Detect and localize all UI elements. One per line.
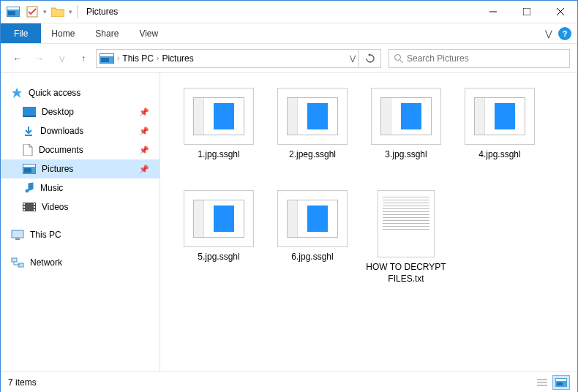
breadcrumb-dropdown-icon[interactable]: ⋁ [350,54,356,62]
image-file-icon [184,88,254,145]
file-item[interactable]: 5.jpg.ssghl [172,187,266,290]
chevron-right-icon[interactable]: › [157,54,159,62]
ribbon: File Home Share View ⋁ ? [1,23,577,44]
svg-rect-20 [23,203,25,205]
sidebar-item-documents[interactable]: Documents 📌 [1,140,159,159]
image-file-icon [277,88,348,145]
refresh-button[interactable] [359,49,381,68]
file-name: 6.jpg.ssghl [291,252,333,263]
sidebar-label: Pictures [42,164,73,174]
file-item[interactable]: HOW TO DECRYPT FILES.txt [359,187,453,290]
search-input[interactable] [407,53,565,64]
qat-dropdown-icon-2[interactable]: ▾ [69,8,72,15]
star-icon [11,87,23,99]
svg-point-11 [395,54,401,60]
svg-rect-37 [557,382,563,385]
forward-button[interactable]: → [30,49,49,68]
sidebar-this-pc[interactable]: This PC [1,225,159,244]
statusbar: 7 items [1,372,577,392]
close-button[interactable] [544,1,577,23]
back-button[interactable]: ← [8,49,27,68]
sidebar-label: Desktop [42,107,74,117]
svg-line-12 [400,60,403,63]
file-list[interactable]: 1.jpg.ssghl2.jpeg.ssghl3.jpg.ssghl4.jpg.… [160,73,577,372]
music-icon [23,182,34,194]
image-file-icon [277,190,348,247]
sidebar-item-music[interactable]: Music [1,178,159,197]
file-item[interactable]: 3.jpg.ssghl [359,85,453,187]
videos-icon [23,203,36,211]
file-name: 2.jpeg.ssghl [289,149,336,161]
svg-rect-9 [100,54,113,56]
sidebar-item-videos[interactable]: Videos [1,197,159,216]
qat-checkbox-icon[interactable] [24,4,40,20]
sidebar-label: Videos [42,202,68,212]
sidebar-label: Documents [39,145,83,155]
tab-home[interactable]: Home [41,23,85,43]
chevron-right-icon[interactable]: › [117,54,119,62]
desktop-icon [23,107,36,117]
svg-rect-5 [523,8,530,15]
svg-rect-36 [556,379,566,381]
pin-icon: 📌 [139,108,149,117]
sidebar-item-downloads[interactable]: Downloads 📌 [1,121,159,140]
file-item[interactable]: 4.jpg.ssghl [453,85,547,187]
window-title: Pictures [86,7,118,17]
tab-view[interactable]: View [129,23,168,43]
svg-rect-17 [23,165,35,167]
network-icon [11,257,24,268]
pc-icon [11,230,24,240]
navbar: ← → ⋁ ↑ › This PC › Pictures ⋁ [1,44,577,73]
file-item[interactable]: 2.jpeg.ssghl [266,85,359,187]
qat-dropdown-icon[interactable]: ▾ [43,8,47,15]
sidebar-item-desktop[interactable]: Desktop 📌 [1,102,159,121]
file-tab[interactable]: File [1,23,41,43]
recent-dropdown-icon[interactable]: ⋁ [52,49,71,68]
svg-rect-28 [12,258,17,262]
folder-icon[interactable] [50,4,66,20]
svg-rect-22 [23,209,25,211]
minimize-button[interactable] [476,1,510,23]
file-name: 1.jpg.ssghl [198,149,239,161]
sidebar-item-pictures[interactable]: Pictures 📌 [1,159,159,178]
file-name: 3.jpg.ssghl [385,149,427,161]
svg-rect-26 [12,230,23,238]
sidebar-label: Network [30,257,62,268]
svg-rect-1 [7,7,19,10]
breadcrumb[interactable]: › This PC › Pictures ⋁ [96,49,359,68]
search-box[interactable] [389,49,570,68]
sidebar-label: Downloads [40,126,83,136]
help-icon[interactable]: ? [558,27,571,40]
breadcrumb-part[interactable]: Pictures [162,53,193,64]
svg-rect-27 [15,238,20,240]
pictures-folder-icon [100,53,114,64]
up-button[interactable]: ↑ [74,49,93,68]
svg-rect-10 [101,58,109,62]
sidebar-network[interactable]: Network [1,253,159,272]
svg-rect-2 [8,11,15,15]
body: Quick access Desktop 📌 Downloads 📌 Docum… [1,73,577,372]
icons-view-button[interactable] [552,375,570,390]
image-file-icon [371,88,441,145]
app-icon [5,4,21,20]
file-item[interactable]: 1.jpg.ssghl [172,85,266,187]
details-view-button[interactable] [533,375,551,390]
pin-icon: 📌 [139,127,149,136]
pictures-icon [23,164,36,174]
maximize-button[interactable] [510,1,544,23]
ribbon-expand-icon[interactable]: ⋁ [545,29,552,39]
sidebar-label: Quick access [29,88,80,98]
image-file-icon [465,88,535,145]
svg-rect-18 [24,168,31,173]
file-item[interactable]: 6.jpg.ssghl [266,187,359,290]
breadcrumb-part[interactable]: This PC [122,53,154,64]
tab-share[interactable]: Share [85,23,129,43]
sidebar: Quick access Desktop 📌 Downloads 📌 Docum… [1,73,160,372]
image-file-icon [184,190,254,247]
separator [77,5,78,18]
file-name: 4.jpg.ssghl [478,149,520,161]
sidebar-quick-access[interactable]: Quick access [1,83,159,102]
svg-rect-23 [34,203,35,205]
file-name: HOW TO DECRYPT FILES.txt [366,262,446,284]
pin-icon: 📌 [139,165,149,174]
